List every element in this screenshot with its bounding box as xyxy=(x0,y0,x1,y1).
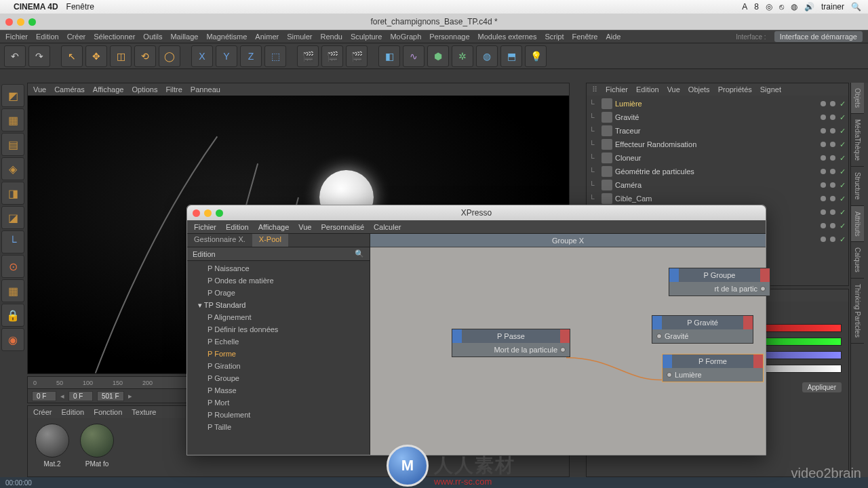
grid-tool[interactable]: ▦ xyxy=(1,279,24,302)
xpool-mode-label[interactable]: Edition xyxy=(193,250,216,258)
menu-mograph[interactable]: MoGraph xyxy=(390,33,421,41)
xp-menu-calculer[interactable]: Calculer xyxy=(374,223,401,231)
menu-selectionner[interactable]: Sélectionner xyxy=(94,33,135,41)
xpool-tree-item[interactable]: P Roulement xyxy=(187,409,370,421)
xp-menu-fichier[interactable]: Fichier xyxy=(194,223,216,231)
object-row[interactable]: └Caméra✓ xyxy=(587,178,848,192)
mat-menu-creer[interactable]: Créer xyxy=(33,408,52,416)
camera-tool[interactable]: ⬒ xyxy=(500,45,522,67)
tab-thinking-particles[interactable]: Thinking Particles xyxy=(851,279,864,344)
menubar-icon[interactable]: ⎋ xyxy=(779,2,784,12)
xpool-tree-item[interactable]: ▾ TP Standard xyxy=(187,299,370,311)
start-frame-field[interactable]: 0 F xyxy=(68,391,93,401)
xpresso-window[interactable]: XPresso Fichier Edition Affichage Vue Pe… xyxy=(186,205,766,455)
x-axis-lock[interactable]: X xyxy=(191,45,213,67)
obj-menu-objets[interactable]: Objets xyxy=(688,85,710,94)
xpool-tree-item[interactable]: P Echelle xyxy=(187,336,370,348)
output-port[interactable] xyxy=(760,286,766,291)
xpool-tree-item[interactable]: P Définir les données xyxy=(187,323,370,336)
texture-mode[interactable]: ▦ xyxy=(1,108,24,131)
menu-creer[interactable]: Créer xyxy=(67,33,86,41)
polygon-mode[interactable]: ◪ xyxy=(1,206,24,229)
menu-edition[interactable]: Edition xyxy=(36,33,59,41)
deformer-tool[interactable]: ✲ xyxy=(452,45,473,67)
object-row[interactable]: └Effecteur Randomisation✓ xyxy=(587,138,848,151)
object-row[interactable]: └Géométrie de particules✓ xyxy=(587,165,848,178)
output-port[interactable] xyxy=(560,347,566,352)
xpresso-titlebar[interactable]: XPresso xyxy=(187,205,766,220)
search-icon[interactable]: 🔍 xyxy=(355,249,364,258)
tab-attributs[interactable]: Attributs xyxy=(851,206,864,243)
xpool-tree-item[interactable]: P Giration xyxy=(187,360,370,372)
menu-maillage[interactable]: Maillage xyxy=(170,33,198,41)
material-item[interactable]: PMat fo xyxy=(78,424,116,468)
vp-menu-cameras[interactable]: Caméras xyxy=(54,85,85,94)
menu-animer[interactable]: Animer xyxy=(255,33,279,41)
mat-menu-texture[interactable]: Texture xyxy=(132,408,156,416)
xpool-tree-item[interactable]: P Taille xyxy=(187,421,370,433)
material-item[interactable]: Mat.2 xyxy=(33,424,71,468)
menu-rendu[interactable]: Rendu xyxy=(320,33,342,41)
primitive-cube[interactable]: ◧ xyxy=(378,45,400,67)
obj-menu-fichier[interactable]: Fichier xyxy=(606,85,628,94)
render-region[interactable]: 🎬 xyxy=(321,45,343,67)
xp-menu-vue[interactable]: Vue xyxy=(298,223,311,231)
node-p-groupe[interactable]: P Groupe rt de la partic xyxy=(669,268,770,296)
edge-mode[interactable]: ◨ xyxy=(1,182,24,205)
z-axis-lock[interactable]: Z xyxy=(240,45,262,67)
lock-tool[interactable]: 🔒 xyxy=(1,304,24,327)
object-row[interactable]: └Cloneur✓ xyxy=(587,151,848,165)
spotlight-icon[interactable]: 🔍 xyxy=(851,2,861,12)
xp-menu-personnalise[interactable]: Personnalisé xyxy=(321,223,365,231)
xpool-tree-item[interactable]: P Ondes de matière xyxy=(187,274,370,287)
vp-menu-panneau[interactable]: Panneau xyxy=(191,85,220,94)
select-tool[interactable]: ↖ xyxy=(61,45,83,67)
menu-simuler[interactable]: Simuler xyxy=(287,33,312,41)
xpool-tree-item[interactable]: P Alignement xyxy=(187,311,370,323)
xpool-tree-item[interactable]: P Groupe xyxy=(187,372,370,384)
object-row[interactable]: └Traceur✓ xyxy=(587,124,848,138)
move-tool[interactable]: ✥ xyxy=(85,45,107,67)
menu-magnetisme[interactable]: Magnétisme xyxy=(206,33,247,41)
redo-button[interactable]: ↷ xyxy=(28,45,50,67)
tab-calques[interactable]: Calques xyxy=(851,242,864,279)
tab-structure[interactable]: Structure xyxy=(851,167,864,206)
vp-menu-filtre[interactable]: Filtre xyxy=(165,85,182,94)
vp-menu-affichage[interactable]: Affichage xyxy=(93,85,124,94)
menu-personnage[interactable]: Personnage xyxy=(429,33,469,41)
object-row[interactable]: └Gravité✓ xyxy=(587,110,848,124)
input-port[interactable] xyxy=(656,333,662,339)
obj-menu-proprietes[interactable]: Propriétés xyxy=(718,85,752,94)
model-mode[interactable]: ◩ xyxy=(1,84,24,107)
apply-button[interactable]: Appliquer xyxy=(802,382,842,392)
xpool-tree-item[interactable]: P Masse xyxy=(187,384,370,396)
mat-menu-edition[interactable]: Edition xyxy=(62,408,85,416)
node-p-passe[interactable]: P Passe Mort de la particule xyxy=(452,329,570,357)
render-view[interactable]: 🎬 xyxy=(297,45,319,67)
point-mode[interactable]: ◈ xyxy=(1,157,24,180)
menu-aide[interactable]: Aide xyxy=(606,33,620,41)
tab-xpool[interactable]: X-Pool xyxy=(252,234,288,247)
interface-selector[interactable]: Interface de démarrage xyxy=(774,31,863,42)
node-p-gravite[interactable]: P Gravité Gravité xyxy=(652,315,753,344)
light-tool[interactable]: 💡 xyxy=(525,45,547,67)
undo-button[interactable]: ↶ xyxy=(4,45,26,67)
workplane-mode[interactable]: ▤ xyxy=(1,133,24,156)
magnet-tool[interactable]: ⊙ xyxy=(1,255,24,278)
vp-menu-vue[interactable]: Vue xyxy=(33,85,46,94)
spline-tool[interactable]: ∿ xyxy=(403,45,425,67)
end-frame-field[interactable]: 501 F xyxy=(97,391,124,401)
app-name[interactable]: CINEMA 4D xyxy=(14,2,58,12)
rotate-tool[interactable]: ⟲ xyxy=(134,45,156,67)
menu-script[interactable]: Script xyxy=(545,33,564,41)
y-axis-lock[interactable]: Y xyxy=(216,45,237,67)
tab-gestionnaire[interactable]: Gestionnaire X. xyxy=(187,234,252,247)
menubar-icon[interactable]: ◎ xyxy=(766,2,772,12)
obj-menu-signet[interactable]: Signet xyxy=(760,85,781,94)
scale-tool[interactable]: ◫ xyxy=(110,45,132,67)
vp-menu-options[interactable]: Options xyxy=(132,85,157,94)
menu-outils[interactable]: Outils xyxy=(143,33,162,41)
last-tool[interactable]: ◯ xyxy=(159,45,180,67)
menu-fichier[interactable]: Fichier xyxy=(5,33,28,41)
menubar-icon[interactable]: ◍ xyxy=(791,2,797,12)
